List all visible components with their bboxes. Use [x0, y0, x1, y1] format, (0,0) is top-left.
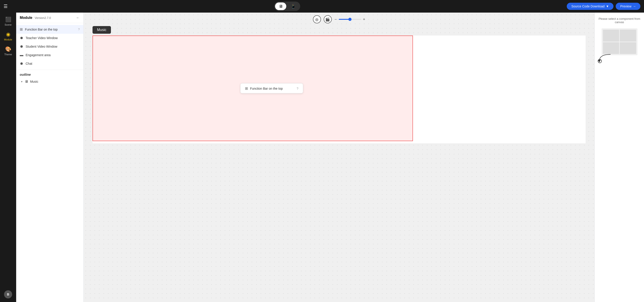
- arrow-hint: [595, 52, 613, 64]
- device-toggle-group: 🖥 📱: [274, 2, 300, 11]
- function-bar-card-icon: ⊞: [245, 86, 248, 91]
- wireframe-cell-1: [603, 30, 619, 42]
- theme-icon: 🎨: [5, 46, 11, 52]
- sidebar-item-scene[interactable]: ⬛ Scene: [1, 14, 15, 28]
- panel-back-button[interactable]: ←: [76, 16, 80, 20]
- sidebar-item-module[interactable]: ◉ Module: [1, 29, 15, 43]
- student-video-label: Student Video Window: [26, 45, 80, 48]
- wireframe-preview: [602, 28, 638, 55]
- wireframe-cell-4: [620, 42, 636, 54]
- main-layout: ⬛ Scene ◉ Module 🎨 Theme B Module Versio…: [0, 13, 644, 302]
- avatar-letter: B: [7, 292, 9, 296]
- menu-icon[interactable]: ☰: [4, 4, 8, 9]
- menu-item-engagement[interactable]: ▬ Engagement area: [16, 51, 83, 59]
- canvas-area: ◎ 🎬 − + Music ⊞ Function Bar on the top: [84, 13, 594, 302]
- canvas-content: Music ⊞ Function Bar on the top ?: [92, 26, 586, 297]
- wireframe-grid: [602, 28, 638, 55]
- module-panel: Module Version2.7.0 ← ⊞ Function Bar on …: [16, 13, 84, 302]
- zoom-thumb: [348, 18, 352, 21]
- canvas-frame: ⊞ Function Bar on the top ?: [92, 36, 586, 143]
- outline-section: outline ▼ 🖥 Music: [16, 70, 83, 88]
- theme-label: Theme: [4, 53, 12, 56]
- outline-music-icon: 🖥: [25, 80, 28, 84]
- canvas-toolbar: ◎ 🎬 − +: [313, 15, 365, 23]
- canvas-tool-target-btn[interactable]: ◎: [313, 15, 321, 23]
- chat-label: Chat: [26, 62, 80, 65]
- function-bar-help-icon[interactable]: ?: [78, 28, 80, 31]
- function-bar-label: Function Bar on the top: [25, 28, 76, 31]
- function-bar-icon: ⊞: [20, 27, 23, 32]
- panel-header: Module Version2.7.0 ←: [16, 13, 83, 23]
- icon-sidebar: ⬛ Scene ◉ Module 🎨 Theme B: [0, 13, 16, 302]
- teacher-video-label: Teacher Video Window: [26, 36, 80, 40]
- canvas-tool-preview-btn[interactable]: 🎬: [324, 15, 332, 23]
- preview-button[interactable]: Preview →: [616, 3, 640, 10]
- preview-label: Preview: [620, 5, 632, 8]
- mobile-device-btn[interactable]: 📱: [287, 3, 299, 10]
- chat-icon: ⏺: [20, 62, 23, 66]
- right-panel-hint: Please select a component from canvas: [598, 17, 640, 24]
- music-tab[interactable]: Music: [92, 26, 111, 34]
- source-code-label: Source Code Download: [571, 5, 604, 8]
- engagement-icon: ▬: [20, 53, 23, 57]
- panel-title: Module: [20, 16, 32, 20]
- function-bar-card-label: Function Bar on the top: [250, 87, 294, 90]
- device-toggle: 🖥 📱: [274, 2, 300, 11]
- scene-label: Scene: [4, 23, 12, 26]
- right-panel: Please select a component from canvas: [594, 13, 644, 302]
- source-code-arrow-icon: ▼: [606, 5, 609, 8]
- outline-arrow-icon: ▼: [21, 81, 23, 83]
- preview-arrow-icon: →: [633, 5, 636, 8]
- teacher-video-icon: ⏺: [20, 36, 23, 40]
- scene-icon: ⬛: [5, 17, 11, 23]
- icon-sidebar-bottom: B: [4, 290, 12, 302]
- top-bar-actions: Source Code Download ▼ Preview →: [567, 3, 640, 10]
- source-code-download-button[interactable]: Source Code Download ▼: [567, 3, 614, 10]
- module-icon: ◉: [6, 32, 10, 37]
- zoom-out-button[interactable]: −: [334, 17, 337, 22]
- selected-region[interactable]: ⊞ Function Bar on the top ?: [92, 36, 413, 141]
- engagement-label: Engagement area: [26, 53, 80, 57]
- sidebar-item-theme[interactable]: 🎨 Theme: [1, 44, 15, 58]
- panel-version: Version2.7.0: [34, 16, 51, 20]
- svg-point-0: [598, 59, 602, 63]
- outline-title: outline: [20, 73, 80, 76]
- desktop-device-btn[interactable]: 🖥: [275, 3, 286, 10]
- panel-menu: ⊞ Function Bar on the top ? ⏺ Teacher Vi…: [16, 23, 83, 70]
- outline-music-label: Music: [30, 80, 38, 83]
- menu-item-student-video[interactable]: ⏺ Student Video Window: [16, 42, 83, 51]
- zoom-slider[interactable]: [338, 19, 361, 20]
- menu-item-chat[interactable]: ⏺ Chat: [16, 59, 83, 68]
- zoom-control: − +: [334, 17, 365, 22]
- menu-item-teacher-video[interactable]: ⏺ Teacher Video Window: [16, 34, 83, 42]
- outline-item-music[interactable]: ▼ 🖥 Music: [20, 78, 80, 85]
- student-video-icon: ⏺: [20, 45, 23, 49]
- menu-item-function-bar[interactable]: ⊞ Function Bar on the top ?: [16, 25, 83, 34]
- top-bar: ☰ 🖥 📱 Source Code Download ▼ Preview →: [0, 0, 644, 13]
- wireframe-cell-2: [620, 30, 636, 42]
- zoom-in-button[interactable]: +: [363, 17, 365, 22]
- function-bar-card-help-icon[interactable]: ?: [297, 87, 298, 90]
- function-bar-card[interactable]: ⊞ Function Bar on the top ?: [240, 83, 303, 94]
- panel-title-group: Module Version2.7.0: [20, 16, 51, 20]
- user-avatar[interactable]: B: [4, 290, 12, 298]
- module-label: Module: [4, 38, 12, 41]
- top-bar-left: ☰: [4, 4, 8, 9]
